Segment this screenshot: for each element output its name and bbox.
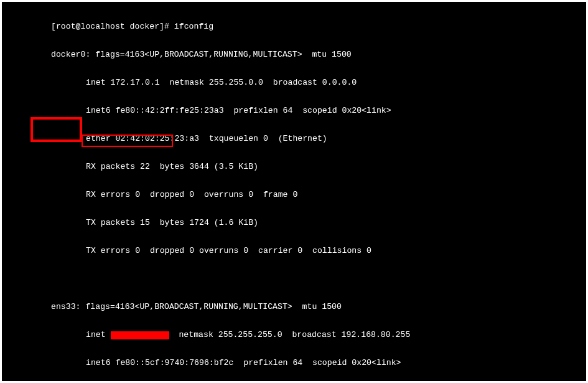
ens33-inet: inet netmask 255.255.255.0 broadcast 192…: [51, 330, 586, 339]
iface-docker0-header: docker0: flags=4163<UP,BROADCAST,RUNNING…: [51, 50, 586, 59]
terminal-window[interactable]: [root@localhost docker]# ifconfig docker…: [2, 2, 586, 381]
blank-line: [51, 274, 586, 283]
docker0-rxerrors: RX errors 0 dropped 0 overruns 0 frame 0: [51, 190, 586, 199]
docker0-rxpackets: RX packets 22 bytes 3644 (3.5 KiB): [51, 162, 586, 171]
prompt-line: [root@localhost docker]# ifconfig: [51, 22, 586, 31]
ens33-inet-rest: netmask 255.255.255.0 broadcast 192.168.…: [169, 330, 411, 339]
docker0-txerrors: TX errors 0 dropped 0 overruns 0 carrier…: [51, 246, 586, 255]
docker0-inet: inet 172.17.0.1 netmask 255.255.0.0 broa…: [51, 78, 586, 87]
iface-ens33-header: ens33: flags=4163<UP,BROADCAST,RUNNING,M…: [51, 302, 586, 311]
docker0-txpackets: TX packets 15 bytes 1724 (1.6 KiB): [51, 218, 586, 227]
ens33-inet6: inet6 fe80::5cf:9740:7696:bf2c prefixlen…: [51, 358, 586, 367]
ens33-inet-label: inet: [86, 330, 111, 339]
docker0-inet6: inet6 fe80::42:2ff:fe25:23a3 prefixlen 6…: [51, 106, 586, 115]
annotation-box-inet: [82, 135, 173, 147]
annotation-box-ens33: [30, 117, 82, 142]
redacted-ip: [111, 331, 169, 339]
